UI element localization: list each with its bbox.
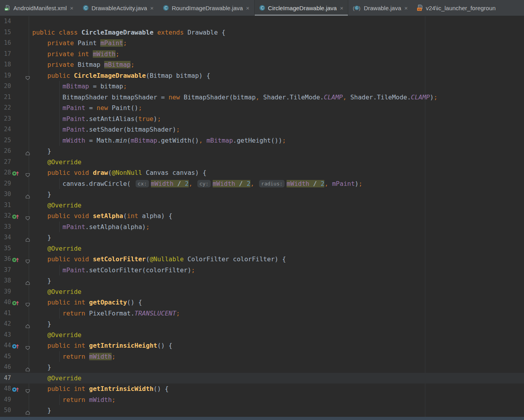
overrides-method-gutter-icon[interactable] <box>12 385 20 392</box>
code-token: mWidth <box>89 396 112 403</box>
code-line[interactable]: 44 public int getIntrinsicHeight() { <box>0 340 524 351</box>
editor-tab-2[interactable]: CDrawableActivity.java× <box>78 0 158 16</box>
code-token: canvas.drawCircle( <box>32 180 134 187</box>
code-token: mPaint <box>63 126 85 133</box>
tab-close-icon[interactable]: × <box>70 5 74 11</box>
code-line[interactable]: 30 } <box>0 189 524 200</box>
fold-marker-icon[interactable] <box>25 192 30 197</box>
code-line[interactable]: 46 } <box>0 362 524 373</box>
code-line[interactable]: 20 mBitmap = bitmap; <box>0 81 524 92</box>
code-token: , <box>250 180 254 187</box>
code-token: CLAMP <box>411 94 430 101</box>
fold-marker-icon[interactable] <box>25 170 30 175</box>
code-token <box>153 29 157 36</box>
code-line[interactable]: 27 @Override <box>0 157 524 168</box>
fold-marker-icon[interactable] <box>25 73 30 78</box>
code-line[interactable]: 50 } <box>0 405 524 416</box>
code-line[interactable]: 40 public int getOpacity() { <box>0 297 524 308</box>
code-editor[interactable]: 1415public class CircleImageDrawable ext… <box>0 16 524 417</box>
code-text: @Override <box>0 373 524 384</box>
fold-marker-icon[interactable] <box>25 149 30 154</box>
fold-marker-icon[interactable] <box>25 408 30 413</box>
code-token <box>32 331 48 339</box>
indent-guide <box>59 114 60 125</box>
code-line[interactable]: 28 public void draw(@NonNull Canvas canv… <box>0 167 524 178</box>
code-line[interactable]: 33 mPaint.setAlpha(alpha); <box>0 222 524 233</box>
tab-label: Drawable.java <box>364 5 401 11</box>
code-token: mWidth <box>213 180 235 187</box>
fold-marker-icon[interactable] <box>25 213 30 218</box>
code-line[interactable]: 18 private Bitmap mBitmap; <box>0 59 524 70</box>
code-text: return mWidth; <box>0 394 524 405</box>
code-line[interactable]: 43 @Override <box>0 330 524 341</box>
code-token <box>32 374 48 382</box>
code-token <box>32 245 48 252</box>
tab-label: AndroidManifest.xml <box>13 5 67 11</box>
code-token: return <box>63 396 85 403</box>
fold-marker-icon[interactable] <box>25 365 30 370</box>
code-token: CLAMP <box>324 94 343 101</box>
code-line[interactable]: 21 BitmapShader bitmapShader = new Bitma… <box>0 92 524 103</box>
code-token: @Nullable <box>150 255 184 263</box>
code-line[interactable]: 19 public CircleImageDrawable(Bitmap bit… <box>0 70 524 81</box>
implements-method-gutter-icon[interactable] <box>12 256 20 262</box>
tab-close-icon[interactable]: × <box>404 5 408 11</box>
code-line[interactable]: 32 public void setAlpha(int alpha) { <box>0 211 524 222</box>
code-text: public void setAlpha(int alpha) { <box>0 211 524 222</box>
fold-marker-icon[interactable] <box>25 321 30 326</box>
code-token: , <box>343 94 347 101</box>
code-line[interactable]: 17 private int mWidth; <box>0 49 524 60</box>
implements-method-gutter-icon[interactable] <box>12 169 20 176</box>
fold-marker-icon[interactable] <box>25 278 30 283</box>
code-token: private <box>48 61 74 68</box>
editor-tab-4[interactable]: CCircleImageDrawable.java× <box>254 0 349 16</box>
code-line[interactable]: 31 @Override <box>0 200 524 211</box>
code-line[interactable]: 15public class CircleImageDrawable exten… <box>0 27 524 38</box>
implements-method-gutter-icon[interactable] <box>12 299 20 306</box>
code-text: mWidth = Math.min(mBitmap.getWidth(), mB… <box>0 135 524 146</box>
line-number: 35 <box>1 243 11 254</box>
editor-tab-5[interactable]: (C)Drawable.java× <box>348 0 412 16</box>
code-token: public void <box>48 169 93 176</box>
code-line[interactable]: 36 public void setColorFilter(@Nullable … <box>0 254 524 265</box>
code-token <box>32 255 48 263</box>
code-line[interactable]: 48 public int getIntrinsicWidth() { <box>0 383 524 394</box>
code-line[interactable]: 38 } <box>0 275 524 286</box>
fold-marker-icon[interactable] <box>25 300 30 305</box>
code-token: setColorFilter <box>93 255 146 263</box>
code-token: .setColorFilter(colorFilter) <box>85 266 191 274</box>
code-line[interactable]: 34 } <box>0 232 524 243</box>
code-line[interactable]: 16 private Paint mPaint; <box>0 38 524 49</box>
code-line[interactable]: 29 canvas.drawCircle( cx:mWidth / 2, cy:… <box>0 178 524 189</box>
fold-marker-icon[interactable] <box>25 257 30 262</box>
editor-tab-6[interactable]: <>v24\ic_launcher_foregroun <box>412 0 500 16</box>
tab-close-icon[interactable]: × <box>246 5 250 11</box>
code-line[interactable]: 41 return PixelFormat.TRANSLUCENT; <box>0 308 524 319</box>
code-line[interactable]: 22 mPaint = new Paint(); <box>0 103 524 114</box>
editor-tab-3[interactable]: CRoundImageDrawable.java× <box>158 0 254 16</box>
code-line[interactable]: 23 mPaint.setAntiAlias(true); <box>0 114 524 125</box>
tab-close-icon[interactable]: × <box>150 5 154 11</box>
line-number: 24 <box>1 124 11 135</box>
code-token: getOpacity <box>89 299 127 306</box>
implements-method-gutter-icon[interactable] <box>12 213 20 219</box>
code-line[interactable]: 25 mWidth = Math.min(mBitmap.getWidth(),… <box>0 135 524 146</box>
code-token <box>89 50 93 58</box>
code-line[interactable]: 37 mPaint.setColorFilter(colorFilter); <box>0 265 524 276</box>
code-line[interactable]: 42 } <box>0 319 524 330</box>
tab-close-icon[interactable]: × <box>340 5 344 11</box>
code-line[interactable]: 39 @Override <box>0 286 524 297</box>
code-token: mWidth <box>287 180 309 187</box>
code-line[interactable]: 47 @Override <box>0 373 524 384</box>
code-line[interactable]: 49 return mWidth; <box>0 394 524 405</box>
code-line[interactable]: 24 mPaint.setShader(bitmapShader); <box>0 124 524 135</box>
fold-marker-icon[interactable] <box>25 343 30 348</box>
code-line[interactable]: 14 <box>0 16 524 27</box>
fold-marker-icon[interactable] <box>25 235 30 240</box>
overrides-method-gutter-icon[interactable] <box>12 342 20 349</box>
code-line[interactable]: 26 } <box>0 146 524 157</box>
code-line[interactable]: 35 @Override <box>0 243 524 254</box>
fold-marker-icon[interactable] <box>25 386 30 391</box>
editor-tab-1[interactable]: MFAndroidManifest.xml× <box>0 0 78 16</box>
code-line[interactable]: 45 return mWidth; <box>0 351 524 362</box>
